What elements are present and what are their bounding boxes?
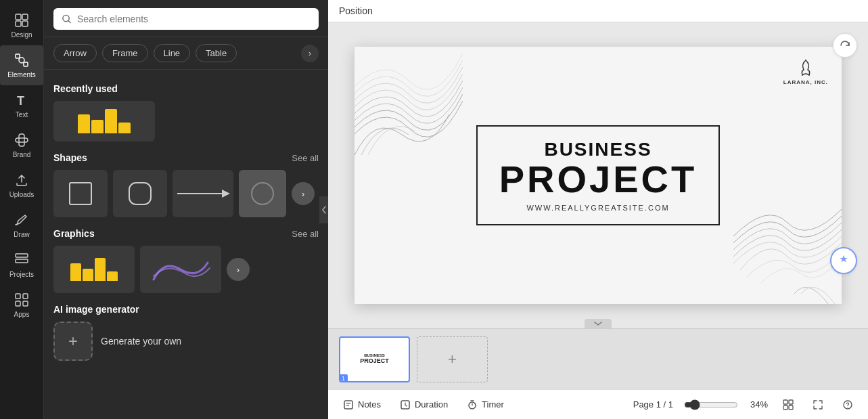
wave-top-left	[355, 47, 463, 155]
sidebar-item-elements[interactable]: Elements	[0, 45, 43, 85]
thumbnail-1[interactable]: BUSINESS PROJECT 1	[339, 336, 410, 382]
chevron-down-icon	[593, 321, 603, 326]
svg-rect-22	[344, 401, 352, 409]
slide-logo: LARANA, INC.	[783, 58, 828, 85]
collapse-handle[interactable]	[585, 319, 612, 328]
elements-panel: Arrow Frame Line Table › Recently used S…	[44, 0, 328, 419]
slide-url-text: WWW.REALLYGREATSITE.COM	[498, 204, 698, 212]
sidebar-item-draw[interactable]: Draw	[0, 205, 43, 245]
fullscreen-button[interactable]	[808, 395, 827, 414]
sidebar-item-apps-label: Apps	[14, 311, 30, 318]
ai-generate-label: Generate your own	[101, 336, 181, 347]
shape-rounded-square[interactable]	[113, 170, 167, 217]
notes-button[interactable]: Notes	[339, 397, 385, 413]
grid-icon	[783, 399, 794, 410]
timer-label: Timer	[482, 399, 504, 410]
recently-used-items	[53, 101, 319, 141]
graphic-item-1[interactable]	[53, 246, 135, 293]
hide-panel-button[interactable]	[319, 196, 328, 223]
sidebar-item-uploads-label: Uploads	[9, 191, 35, 198]
svg-point-32	[847, 406, 848, 407]
notes-label: Notes	[358, 399, 381, 410]
swirl-graphic	[150, 256, 211, 283]
graphic-bar-shape	[70, 258, 118, 281]
notes-icon	[343, 399, 354, 410]
sidebar-item-brand[interactable]: Brand	[0, 125, 43, 165]
ai-plus-button[interactable]: +	[53, 322, 93, 361]
search-bar-container	[44, 0, 328, 37]
help-icon	[842, 399, 853, 410]
svg-rect-6	[24, 62, 28, 66]
zoom-slider[interactable]	[684, 399, 738, 410]
filter-arrow[interactable]: Arrow	[53, 44, 97, 62]
search-input-wrapper[interactable]	[53, 8, 319, 30]
add-slide-button[interactable]: +	[417, 336, 488, 382]
shapes-header: Shapes See all	[53, 152, 319, 163]
shape-circle[interactable]	[239, 170, 286, 217]
circle-icon	[248, 179, 277, 208]
plus-icon: +	[448, 351, 457, 368]
recently-used-item-1[interactable]	[53, 101, 155, 141]
refresh-button[interactable]	[833, 33, 857, 58]
rounded-square-icon	[125, 179, 155, 208]
sidebar-item-uploads[interactable]: Uploads	[0, 165, 43, 205]
square-icon	[66, 179, 95, 208]
search-icon	[62, 14, 72, 24]
svg-rect-11	[16, 259, 28, 263]
graphic-item-2[interactable]	[140, 246, 221, 293]
grid-view-button[interactable]	[779, 395, 798, 414]
canvas-workspace[interactable]: LARANA, INC. BUSINESS PROJECT WWW.REALLY…	[328, 22, 868, 328]
svg-rect-30	[789, 405, 793, 410]
svg-rect-8	[16, 138, 28, 142]
shapes-next-btn[interactable]: ›	[292, 182, 315, 205]
svg-rect-14	[16, 301, 20, 306]
projects-icon	[14, 252, 30, 268]
svg-rect-17	[70, 183, 91, 204]
text-icon: T	[14, 92, 30, 108]
svg-rect-2	[16, 21, 21, 26]
filters-scroll-right[interactable]: ›	[301, 45, 319, 62]
slide-canvas: LARANA, INC. BUSINESS PROJECT WWW.REALLY…	[355, 47, 842, 304]
elements-icon	[14, 52, 30, 68]
panel-content: Recently used Shapes See all	[44, 70, 328, 419]
zoom-control: 34%	[684, 399, 768, 410]
shape-arrow-line[interactable]	[173, 170, 233, 217]
shapes-see-all[interactable]: See all	[292, 153, 319, 163]
svg-rect-12	[16, 294, 20, 299]
filter-table[interactable]: Table	[196, 44, 237, 62]
canvas-area: Position	[328, 0, 868, 419]
thumbnail-1-number: 1	[339, 374, 348, 382]
filter-line[interactable]: Line	[154, 44, 191, 62]
chevron-left-icon	[321, 205, 327, 215]
sidebar-item-projects[interactable]: Projects	[0, 245, 43, 285]
graphics-next-btn[interactable]: ›	[227, 258, 250, 281]
fullscreen-icon	[813, 399, 823, 410]
quick-filters: Arrow Frame Line Table ›	[44, 37, 328, 70]
sidebar-item-apps[interactable]: Apps	[0, 285, 43, 325]
shapes-row: ›	[53, 170, 319, 217]
page-indicator: Page 1 / 1	[633, 399, 673, 410]
brand-icon	[14, 132, 30, 148]
filter-frame[interactable]: Frame	[102, 44, 148, 62]
duration-button[interactable]: Duration	[396, 397, 452, 413]
svg-rect-3	[22, 21, 28, 26]
shape-square[interactable]	[53, 170, 108, 217]
search-input[interactable]	[77, 14, 311, 24]
magic-button[interactable]	[830, 247, 857, 274]
sidebar-item-design[interactable]: Design	[0, 5, 43, 45]
help-button[interactable]	[838, 395, 857, 414]
timer-button[interactable]: Timer	[463, 397, 508, 413]
refresh-icon	[839, 39, 851, 51]
duration-label: Duration	[415, 399, 448, 410]
arrow-line-icon	[176, 187, 230, 200]
sidebar-item-brand-label: Brand	[13, 151, 31, 158]
sidebar-item-text[interactable]: T Text	[0, 85, 43, 125]
ai-generator-section: AI image generator + Generate your own	[53, 304, 319, 361]
graphics-see-all[interactable]: See all	[292, 229, 319, 239]
apps-icon	[14, 292, 30, 308]
svg-rect-13	[23, 294, 28, 299]
slide-main-text: BUSINESS PROJECT WWW.REALLYGREATSITE.COM	[476, 125, 720, 225]
ai-generator-card[interactable]: + Generate your own	[53, 322, 319, 361]
thumbnails-strip: BUSINESS PROJECT 1 +	[328, 328, 868, 389]
sidebar-item-elements-label: Elements	[7, 71, 36, 79]
